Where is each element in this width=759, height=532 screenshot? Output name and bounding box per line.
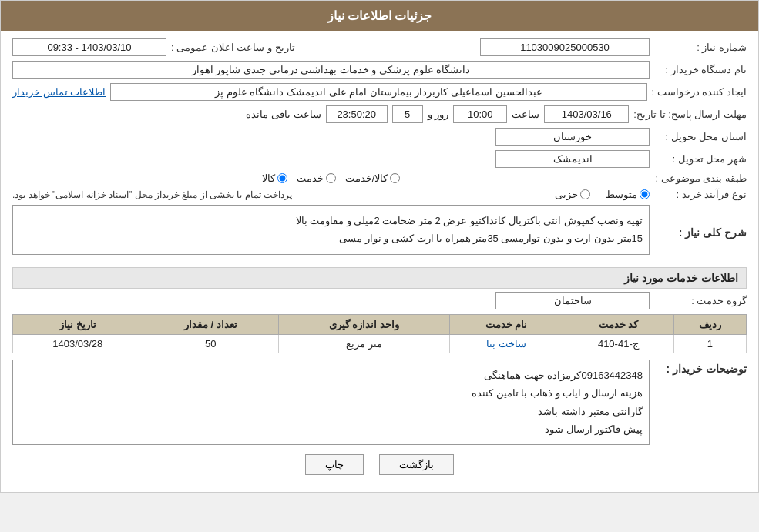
col-qty: تعداد / مقدار [143, 314, 278, 334]
purchase-type-option-medium[interactable]: متوسط [606, 189, 650, 200]
cell-date: 1403/03/28 [13, 334, 143, 353]
service-group-value: ساختمان [495, 292, 650, 309]
service-group-label: گروه خدمت : [654, 295, 747, 306]
buyer-comments-text: 09163442348کرمزاده جهت هماهنگی هزینه ارس… [12, 360, 650, 446]
purchase-type-option-small[interactable]: جزیی [555, 189, 590, 200]
description-text: تهیه ونصب کفپوش انتی باکتریال کانداکتیو … [12, 205, 650, 255]
deadline-days-value: 5 [392, 105, 423, 123]
creator-link[interactable]: اطلاعات تماس خریدار [12, 86, 106, 98]
page-container: جزئیات اطلاعات نیاز شماره نیاز : 1103009… [0, 0, 759, 493]
buyer-comments-row: توضیحات خریدار : 09163442348کرمزاده جهت … [12, 360, 747, 446]
deadline-date-value: 1403/03/16 [544, 105, 629, 123]
time-label: ساعت [512, 109, 539, 120]
category-option-service-goods[interactable]: کالا/خدمت [345, 172, 401, 184]
announce-date-label: تاریخ و ساعت اعلان عمومی : [171, 42, 295, 53]
days-label: روز و [428, 109, 449, 120]
purchase-type-label: نوع فرآیند خرید : [654, 189, 747, 200]
print-button[interactable]: چاپ [305, 454, 364, 475]
back-button[interactable]: بازگشت [379, 454, 454, 475]
purchase-type-row: نوع فرآیند خرید : متوسط جزیی پرداخت تمام… [12, 189, 747, 200]
description-row: شرح کلی نیاز : تهیه ونصب کفپوش انتی باکت… [12, 205, 747, 261]
col-row-num: ردیف [673, 314, 746, 334]
category-radio-service[interactable] [326, 173, 336, 183]
city-label: شهر محل تحویل : [654, 153, 747, 165]
creator-value: عبدالحسین اسماعیلی کاربرداز بیمارستان ام… [110, 83, 646, 101]
province-label: استان محل تحویل : [654, 131, 747, 142]
remaining-time-value: 23:50:20 [326, 105, 388, 123]
category-option-service[interactable]: خدمت [297, 172, 336, 184]
organization-value: دانشگاه علوم پزشکی و خدمات بهداشتی درمان… [12, 61, 650, 79]
category-label-goods: کالا [262, 172, 275, 184]
purchase-type-radio-small[interactable] [580, 189, 590, 199]
deadline-label: مهلت ارسال پاسخ: تا تاریخ: [633, 109, 747, 120]
category-radio-goods[interactable] [277, 173, 287, 183]
city-value: اندیمشک [495, 150, 650, 168]
description-line2: 15متر بدون ارت و بدون توارمسی 35متر همرا… [19, 229, 643, 247]
province-value: خوزستان [495, 128, 650, 146]
deadline-row: مهلت ارسال پاسخ: تا تاریخ: 1403/03/16 سا… [12, 105, 747, 123]
organization-row: نام دستگاه خریدار : دانشگاه علوم پزشکی و… [12, 61, 747, 79]
province-row: استان محل تحویل : خوزستان [12, 128, 747, 146]
category-radio-group: کالا/خدمت خدمت کالا [12, 172, 650, 184]
cell-code: ج-41-410 [563, 334, 673, 353]
need-number-value: 1103009025000530 [480, 38, 650, 56]
services-section-title: اطلاعات خدمات مورد نیاز [12, 267, 747, 289]
need-number-label: شماره نیاز : [654, 42, 747, 53]
remaining-label: ساعت باقی مانده [246, 109, 321, 120]
category-radio-goods-service[interactable] [390, 173, 400, 183]
content-area: شماره نیاز : 1103009025000530 تاریخ و سا… [1, 31, 758, 492]
announce-date-value: 1403/03/10 - 09:33 [12, 38, 166, 56]
description-line1: تهیه ونصب کفپوش انتی باکتریال کانداکتیو … [19, 212, 643, 229]
cell-qty: 50 [143, 334, 278, 353]
comment-line3: گارانتی معتبر داشته باشد [19, 403, 643, 420]
comment-line4: پیش فاکتور ارسال شود [19, 420, 643, 438]
col-code: کد خدمت [563, 314, 673, 334]
table-header-row: ردیف کد خدمت نام خدمت واحد اندازه گیری ت… [13, 314, 747, 334]
organization-label: نام دستگاه خریدار : [654, 64, 747, 75]
button-row: بازگشت چاپ [12, 454, 747, 475]
cell-unit: متر مربع [278, 334, 449, 353]
cell-row-num: 1 [673, 334, 746, 353]
cell-name: ساخت بنا [450, 334, 563, 353]
buyer-comments-label: توضیحات خریدار : [654, 363, 747, 375]
category-row: طبقه بندی موضوعی : کالا/خدمت خدمت کالا [12, 172, 747, 184]
deadline-time-value: 10:00 [453, 105, 507, 123]
page-title: جزئیات اطلاعات نیاز [1, 1, 758, 31]
creator-label: ایجاد کننده درخواست : [652, 86, 747, 98]
category-label-service: خدمت [297, 172, 324, 184]
category-label: طبقه بندی موضوعی : [654, 172, 747, 184]
purchase-type-radio-group: متوسط جزیی [297, 189, 650, 200]
service-group-row: گروه خدمت : ساختمان [12, 292, 747, 309]
category-option-goods[interactable]: کالا [262, 172, 287, 184]
col-date: تاریخ نیاز [13, 314, 143, 334]
table-row: 1 ج-41-410 ساخت بنا متر مربع 50 1403/03/… [13, 334, 747, 353]
col-unit: واحد اندازه گیری [278, 314, 449, 334]
creator-row: ایجاد کننده درخواست : عبدالحسین اسماعیلی… [12, 83, 747, 101]
category-label-goods-service: کالا/خدمت [345, 172, 388, 184]
col-name: نام خدمت [450, 314, 563, 334]
comment-line1: 09163442348کرمزاده جهت هماهنگی [19, 366, 643, 384]
purchase-type-radio-medium[interactable] [640, 189, 650, 199]
purchase-note: پرداخت تمام یا بخشی از مبلغ خریداز محل "… [12, 189, 292, 200]
need-number-row: شماره نیاز : 1103009025000530 تاریخ و سا… [12, 38, 747, 56]
purchase-type-label-small: جزیی [555, 189, 578, 200]
comment-line2: هزینه ارسال و ایاب و ذهاب با تامین کننده [19, 384, 643, 402]
city-row: شهر محل تحویل : اندیمشک [12, 150, 747, 168]
description-label: شرح کلی نیاز : [654, 226, 747, 239]
services-table: ردیف کد خدمت نام خدمت واحد اندازه گیری ت… [12, 314, 747, 353]
purchase-type-label-medium: متوسط [606, 189, 637, 200]
